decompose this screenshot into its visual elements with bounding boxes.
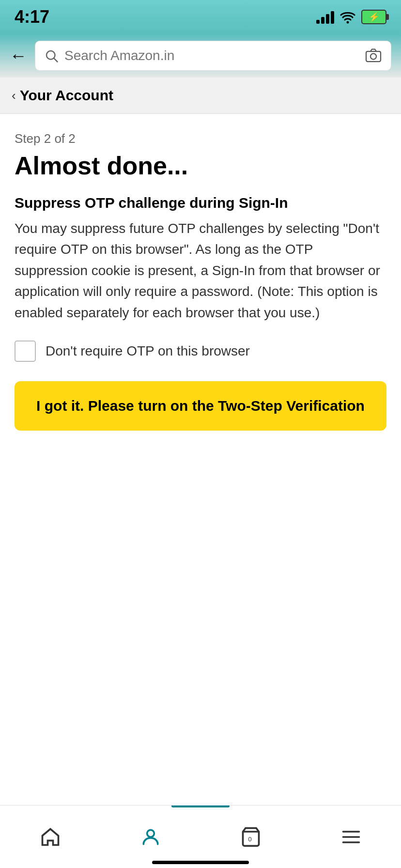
- cart-icon: 0: [240, 826, 262, 848]
- checkbox-row[interactable]: Don't require OTP on this browser: [15, 341, 386, 362]
- step-label: Step 2 of 2: [15, 131, 386, 146]
- svg-point-0: [347, 21, 349, 24]
- nav-menu[interactable]: [301, 806, 401, 868]
- nav-account[interactable]: [100, 806, 200, 868]
- main-title: Almost done...: [15, 151, 386, 180]
- home-icon: [40, 826, 61, 848]
- section-title: Suppress OTP challenge during Sign-In: [15, 195, 386, 211]
- status-icons: ⚡: [316, 10, 386, 24]
- signal-icon: [316, 10, 334, 24]
- back-button[interactable]: ←: [10, 46, 27, 66]
- svg-text:0: 0: [248, 836, 251, 843]
- home-indicator: [152, 861, 249, 864]
- otp-checkbox[interactable]: [15, 341, 36, 362]
- svg-rect-3: [366, 51, 381, 62]
- active-tab-indicator: [171, 806, 230, 807]
- svg-line-2: [54, 59, 58, 62]
- section-body: You may suppress future OTP challenges b…: [15, 218, 386, 323]
- status-time: 4:17: [15, 7, 49, 27]
- search-input[interactable]: [64, 48, 359, 63]
- menu-icon: [340, 826, 362, 848]
- wifi-icon: [340, 10, 355, 24]
- search-bar[interactable]: [35, 41, 391, 71]
- status-bar: 4:17 ⚡: [0, 0, 401, 34]
- battery-icon: ⚡: [361, 10, 386, 24]
- account-icon: [140, 826, 161, 848]
- svg-point-5: [147, 830, 154, 837]
- breadcrumb-label: Your Account: [20, 87, 113, 104]
- checkbox-label: Don't require OTP on this browser: [46, 343, 250, 359]
- main-content: Step 2 of 2 Almost done... Suppress OTP …: [0, 114, 401, 647]
- svg-point-4: [370, 54, 376, 60]
- search-icon: [44, 48, 59, 63]
- camera-icon[interactable]: [365, 47, 382, 64]
- confirm-button[interactable]: I got it. Please turn on the Two-Step Ve…: [15, 381, 386, 431]
- breadcrumb-back-arrow: ‹: [12, 88, 16, 103]
- breadcrumb[interactable]: ‹ Your Account: [0, 78, 401, 114]
- nav-home[interactable]: [0, 806, 100, 868]
- bottom-nav: 0: [0, 805, 401, 868]
- search-bar-container: ←: [0, 34, 401, 78]
- nav-cart[interactable]: 0: [200, 806, 301, 868]
